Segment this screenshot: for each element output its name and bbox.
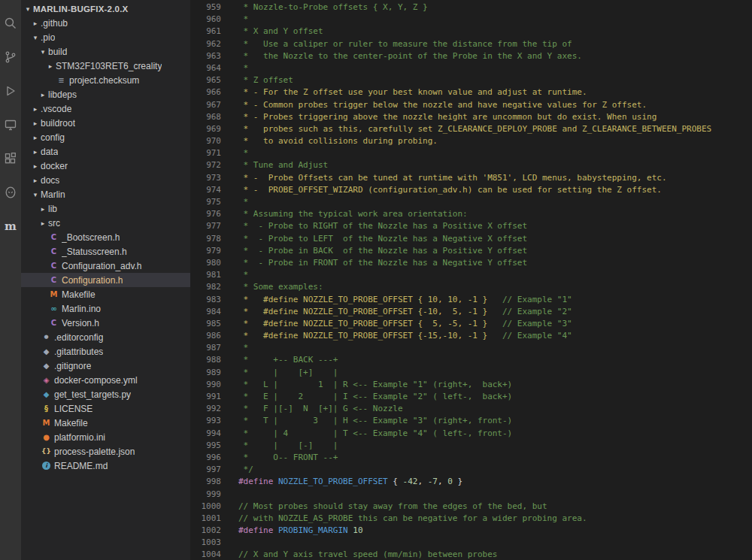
code-line-964[interactable]: 964 * [190,62,752,74]
code-line-983[interactable]: 983 * #define NOZZLE_TO_PROBE_OFFSET { 1… [190,294,752,306]
line-number[interactable]: 959 [190,2,221,14]
chevron-down-icon[interactable]: ▾ [38,48,48,56]
code-line-965[interactable]: 965 * Z offset [190,74,752,86]
code-line-998[interactable]: 998#define NOZZLE_TO_PROBE_OFFSET { -42,… [190,476,752,488]
chevron-right-icon[interactable]: ▸ [30,134,41,141]
tree-folder-STM32F103RET6_creality[interactable]: ▸STM32F103RET6_creality [21,59,190,73]
code-line-1004[interactable]: 1004// X and Y axis travel speed (mm/min… [190,549,752,560]
tree-folder-data[interactable]: ▸data [21,144,190,159]
code-line-974[interactable]: 974 * - PROBE_OFFSET_WIZARD (configurati… [190,184,752,196]
code-line-999[interactable]: 999 [190,489,752,501]
code-line-1001[interactable]: 1001// with NOZZLE_AS_PROBE this can be … [190,513,752,525]
line-number[interactable]: 974 [190,184,221,196]
chevron-down-icon[interactable]: ▾ [30,34,41,41]
platformio-activity-button[interactable] [0,175,21,209]
chevron-right-icon[interactable]: ▸ [38,91,48,98]
code-line-966[interactable]: 966 * - For the Z offset use your best k… [190,86,752,98]
line-number[interactable]: 991 [190,391,221,403]
line-number[interactable]: 982 [190,281,221,293]
tree-file-platformio.ini[interactable]: ●platformio.ini [21,430,190,444]
line-number[interactable]: 988 [190,354,221,366]
chevron-right-icon[interactable]: ▸ [30,120,41,127]
line-number[interactable]: 995 [190,440,221,452]
line-number[interactable]: 986 [190,330,221,342]
tree-folder-config[interactable]: ▸config [21,130,190,144]
line-number[interactable]: 990 [190,379,221,391]
tree-file-.gitattributes[interactable]: ◆.gitattributes [21,344,190,359]
line-number[interactable]: 968 [190,111,221,123]
run-debug-activity-button[interactable] [0,74,21,107]
code-line-967[interactable]: 967 * - Common probes trigger below the … [190,99,752,111]
code-line-979[interactable]: 979 * - Probe in BACK of the Nozzle has … [190,245,752,257]
code-line-981[interactable]: 981 * [190,269,752,281]
line-number[interactable]: 997 [190,464,221,476]
line-number[interactable]: 996 [190,452,221,464]
code-line-997[interactable]: 997 */ [190,464,752,476]
code-line-996[interactable]: 996 * O-- FRONT --+ [190,452,752,464]
chevron-right-icon[interactable]: ▸ [38,219,48,227]
line-number[interactable]: 1003 [190,537,221,549]
code-line-985[interactable]: 985 * #define NOZZLE_TO_PROBE_OFFSET { 5… [190,318,752,330]
chevron-right-icon[interactable]: ▸ [45,62,56,70]
tree-folder-src[interactable]: ▸src [21,216,190,230]
tree-folder-.pio[interactable]: ▾.pio [21,30,190,44]
code-line-984[interactable]: 984 * #define NOZZLE_TO_PROBE_OFFSET {-1… [190,306,752,318]
search-activity-button[interactable] [0,6,21,40]
code-line-1002[interactable]: 1002#define PROBING_MARGIN 10 [190,525,752,537]
tree-file-Makefile[interactable]: MMakefile [21,287,190,301]
code-line-993[interactable]: 993 * T | 3 | H <-- Example "3" (right+,… [190,415,752,427]
tree-file-README.md[interactable]: iREADME.md [21,459,190,473]
source-control-activity-button[interactable] [0,40,21,74]
line-number[interactable]: 1000 [190,501,221,513]
code-line-959[interactable]: 959 * Nozzle-to-Probe offsets { X, Y, Z … [190,2,752,14]
tree-file-_Statusscreen.h[interactable]: C_Statusscreen.h [21,244,190,259]
line-number[interactable]: 979 [190,245,221,257]
code-line-988[interactable]: 988 * +-- BACK ---+ [190,354,752,366]
code-line-1003[interactable]: 1003 [190,537,752,549]
line-number[interactable]: 983 [190,294,221,306]
line-number[interactable]: 987 [190,342,221,354]
chevron-right-icon[interactable]: ▸ [30,162,41,170]
code-line-976[interactable]: 976 * Assuming the typical work area ori… [190,208,752,220]
remote-explorer-activity-button[interactable] [0,107,21,141]
line-number[interactable]: 1004 [190,549,221,560]
line-number[interactable]: 967 [190,99,221,111]
code-line-994[interactable]: 994 * | 4 | T <-- Example "4" ( left-, f… [190,428,752,440]
code-line-969[interactable]: 969 * probes such as this, carefully set… [190,123,752,135]
line-number[interactable]: 964 [190,62,221,74]
tree-file-Version.h[interactable]: CVersion.h [21,316,190,330]
chevron-right-icon[interactable]: ▸ [30,105,41,113]
line-number[interactable]: 993 [190,415,221,427]
code-line-990[interactable]: 990 * L | 1 | R <-- Example "1" (right+,… [190,379,752,391]
code-line-972[interactable]: 972 * Tune and Adjust [190,159,752,171]
tree-file-process-palette.json[interactable]: {}process-palette.json [21,444,190,459]
line-number[interactable]: 977 [190,220,221,232]
code-line-975[interactable]: 975 * [190,196,752,208]
line-number[interactable]: 985 [190,318,221,330]
code-line-986[interactable]: 986 * #define NOZZLE_TO_PROBE_OFFSET {-1… [190,330,752,342]
tree-folder-docs[interactable]: ▸docs [21,173,190,187]
chevron-down-icon[interactable]: ▾ [30,191,41,198]
code-line-987[interactable]: 987 * [190,342,752,354]
tree-file-Makefile[interactable]: MMakefile [21,416,190,430]
code-line-977[interactable]: 977 * - Probe to RIGHT of the Nozzle has… [190,220,752,232]
code-line-971[interactable]: 971 * [190,147,752,159]
line-number[interactable]: 973 [190,172,221,184]
line-number[interactable]: 963 [190,50,221,62]
line-number[interactable]: 960 [190,14,221,26]
code-line-960[interactable]: 960 * [190,14,752,26]
chevron-right-icon[interactable]: ▸ [30,177,41,184]
code-line-991[interactable]: 991 * E | 2 | I <-- Example "2" ( left-,… [190,391,752,403]
code-line-978[interactable]: 978 * - Probe to LEFT of the Nozzle has … [190,233,752,245]
line-number[interactable]: 994 [190,428,221,440]
tree-root-folder[interactable]: ▾ MARLIN-BUGFIX-2.0.X [21,2,190,16]
tree-folder-.github[interactable]: ▸.github [21,16,190,30]
code-line-968[interactable]: 968 * - Probes triggering above the nozz… [190,111,752,123]
tree-file-_Bootscreen.h[interactable]: C_Bootscreen.h [21,230,190,244]
code-line-962[interactable]: 962 * Use a caliper or ruler to measure … [190,38,752,50]
line-number[interactable]: 981 [190,269,221,281]
line-number[interactable]: 969 [190,123,221,135]
line-number[interactable]: 962 [190,38,221,50]
line-number[interactable]: 970 [190,135,221,147]
code-line-970[interactable]: 970 * to avoid collisions during probing… [190,135,752,147]
